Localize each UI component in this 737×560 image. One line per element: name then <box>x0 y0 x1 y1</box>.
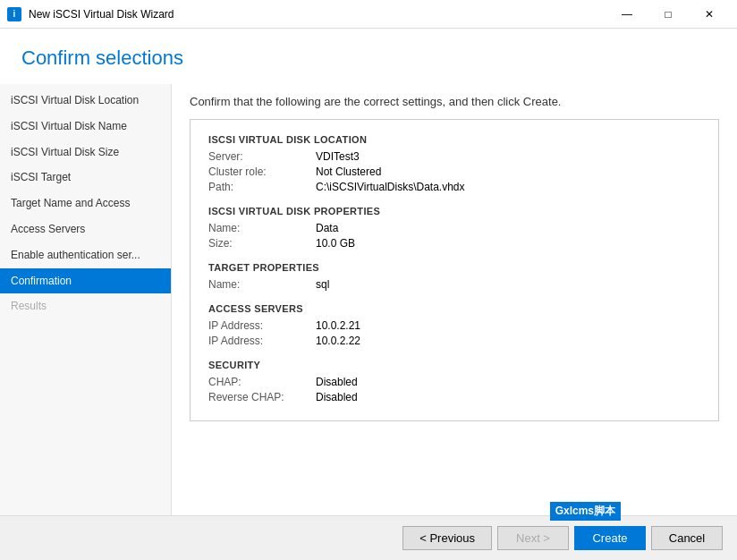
prop-label-iscsi-vdisk-props-1: Size: <box>208 237 316 250</box>
page-title: Confirm selections <box>21 47 716 70</box>
prop-value-iscsi-vdisk-location-0: VDITest3 <box>316 150 360 163</box>
next-button[interactable]: Next > <box>497 526 569 550</box>
content-description: Confirm that the following are the corre… <box>190 95 719 108</box>
section-header-access-servers: ACCESS SERVERS <box>208 303 700 314</box>
prop-value-iscsi-vdisk-location-1: Not Clustered <box>316 165 381 178</box>
close-button[interactable]: ✕ <box>689 0 730 29</box>
prop-row-access-servers-0: IP Address:10.0.2.21 <box>208 319 700 332</box>
prop-label-iscsi-vdisk-location-0: Server: <box>208 150 316 163</box>
title-bar: i New iSCSI Virtual Disk Wizard — □ ✕ <box>0 0 737 29</box>
prop-row-target-props-0: Name:sql <box>208 278 700 291</box>
prop-value-security-1: Disabled <box>316 391 358 403</box>
prop-label-security-1: Reverse CHAP: <box>208 391 316 403</box>
prop-label-target-props-0: Name: <box>208 278 316 291</box>
wizard-header: Confirm selections <box>0 29 737 84</box>
wizard-content: Confirm that the following are the corre… <box>172 84 737 515</box>
wizard-container: Confirm selections iSCSI Virtual Disk Lo… <box>0 29 737 560</box>
prop-label-security-0: CHAP: <box>208 376 316 388</box>
prop-row-security-1: Reverse CHAP:Disabled <box>208 391 700 403</box>
prop-row-access-servers-1: IP Address:10.0.2.22 <box>208 335 700 347</box>
sidebar-item-target-name-access[interactable]: Target Name and Access <box>0 191 171 216</box>
sidebar-item-iscsi-target[interactable]: iSCSI Target <box>0 165 171 191</box>
sidebar-item-results: Results <box>0 293 171 319</box>
sidebar-item-iscsi-location[interactable]: iSCSI Virtual Disk Location <box>0 88 171 114</box>
wizard-body: iSCSI Virtual Disk LocationiSCSI Virtual… <box>0 84 737 515</box>
minimize-button[interactable]: — <box>606 0 648 29</box>
section-header-iscsi-vdisk-location: ISCSI VIRTUAL DISK LOCATION <box>208 134 700 145</box>
prop-row-iscsi-vdisk-location-0: Server:VDITest3 <box>208 150 700 163</box>
section-header-target-props: TARGET PROPERTIES <box>208 262 700 273</box>
prop-value-access-servers-0: 10.0.2.21 <box>316 319 360 332</box>
prop-label-iscsi-vdisk-props-0: Name: <box>208 222 316 234</box>
sidebar-item-access-servers[interactable]: Access Servers <box>0 216 171 242</box>
confirmation-box: ISCSI VIRTUAL DISK LOCATIONServer:VDITes… <box>190 119 719 421</box>
prop-label-iscsi-vdisk-location-2: Path: <box>208 181 316 193</box>
title-bar-controls: — □ ✕ <box>606 0 730 29</box>
prop-row-iscsi-vdisk-props-1: Size:10.0 GB <box>208 237 700 250</box>
prop-value-iscsi-vdisk-location-2: C:\iSCSIVirtualDisks\Data.vhdx <box>316 181 465 193</box>
sidebar-item-confirmation[interactable]: Confirmation <box>0 268 171 294</box>
restore-button[interactable]: □ <box>648 0 689 29</box>
prop-label-access-servers-1: IP Address: <box>208 335 316 347</box>
section-header-iscsi-vdisk-props: ISCSI VIRTUAL DISK PROPERTIES <box>208 206 700 216</box>
prop-value-target-props-0: sql <box>316 278 329 291</box>
create-button[interactable]: Create <box>574 526 646 550</box>
prop-label-iscsi-vdisk-location-1: Cluster role: <box>208 165 316 178</box>
cancel-button[interactable]: Cancel <box>651 526 723 550</box>
title-bar-text: New iSCSI Virtual Disk Wizard <box>29 8 606 21</box>
previous-button[interactable]: < Previous <box>402 526 492 550</box>
app-icon: i <box>7 7 21 21</box>
wizard-footer: < Previous Next > Create Cancel <box>0 515 737 560</box>
prop-value-iscsi-vdisk-props-1: 10.0 GB <box>316 237 355 250</box>
prop-value-access-servers-1: 10.0.2.22 <box>316 335 360 347</box>
sidebar-item-iscsi-size[interactable]: iSCSI Virtual Disk Size <box>0 140 171 165</box>
sidebar-item-iscsi-name[interactable]: iSCSI Virtual Disk Name <box>0 114 171 140</box>
prop-value-iscsi-vdisk-props-0: Data <box>316 222 338 234</box>
prop-label-access-servers-0: IP Address: <box>208 319 316 332</box>
prop-row-security-0: CHAP:Disabled <box>208 376 700 388</box>
prop-row-iscsi-vdisk-location-1: Cluster role:Not Clustered <box>208 165 700 178</box>
prop-row-iscsi-vdisk-props-0: Name:Data <box>208 222 700 234</box>
prop-row-iscsi-vdisk-location-2: Path:C:\iSCSIVirtualDisks\Data.vhdx <box>208 181 700 193</box>
prop-value-security-0: Disabled <box>316 376 358 388</box>
sidebar-item-enable-auth[interactable]: Enable authentication ser... <box>0 242 171 268</box>
wizard-sidebar: iSCSI Virtual Disk LocationiSCSI Virtual… <box>0 84 172 515</box>
section-header-security: SECURITY <box>208 360 700 370</box>
